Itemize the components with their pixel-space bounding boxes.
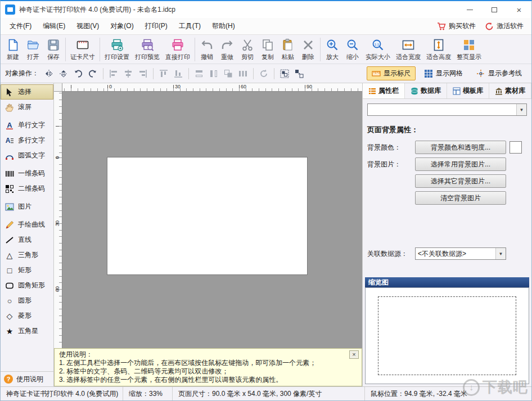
design-card[interactable] (107, 157, 307, 274)
card-size-button[interactable]: 证卡尺寸 (67, 37, 98, 62)
show-grid-toggle[interactable]: 显示网格 (419, 66, 468, 80)
tool-line[interactable]: 直线 (1, 232, 53, 247)
app-window: 神奇证卡证书打印软件 4.0 (免费试用) - 未命名1.idcp × 文件(F… (0, 0, 532, 401)
print-preview-icon (140, 38, 155, 52)
tab-templates[interactable]: 模板库 (447, 83, 489, 98)
view-toggles: 显示标尺 显示网格 显示参考线 (367, 66, 527, 80)
rotate-left-button[interactable] (71, 67, 85, 80)
bg-image-clear-button[interactable]: 清空背景图片 (415, 191, 506, 205)
zoom-in-button[interactable]: 放大 (322, 37, 342, 62)
thumbnail-page-preview[interactable] (378, 296, 516, 375)
section-title: 页面背景属性： (367, 125, 527, 135)
tool-select[interactable]: 选择 (1, 84, 53, 100)
ungroup-button[interactable] (292, 67, 306, 80)
free-rotate-button[interactable] (257, 67, 270, 80)
tab-properties[interactable]: 属性栏 (363, 83, 405, 98)
direct-print-button[interactable]: 直接打印 (163, 37, 193, 62)
redo-button[interactable]: 重做 (217, 37, 237, 62)
new-button[interactable]: 新建 (3, 37, 23, 62)
menu-edit[interactable]: 编辑(E) (37, 19, 71, 34)
copy-button[interactable]: 复制 (258, 37, 278, 62)
save-button[interactable]: 保存 (43, 37, 64, 62)
close-button[interactable]: × (507, 1, 531, 18)
tool-diamond[interactable]: ◇ 菱形 (1, 308, 53, 323)
tab-materials[interactable]: 素材库 (489, 83, 531, 98)
align-bottom-button[interactable] (172, 67, 185, 80)
tool-barcode-1d[interactable]: 一维条码 (1, 166, 53, 181)
window-title: 神奇证卡证书打印软件 4.0 (免费试用) - 未命名1.idcp (19, 5, 175, 15)
bg-color-button[interactable]: 背景颜色和透明度... (415, 141, 506, 154)
cut-button[interactable]: 剪切 (237, 37, 258, 62)
activate-link[interactable]: 激活软件 (485, 21, 524, 31)
menu-view[interactable]: 视图(V) (71, 19, 105, 34)
menu-object[interactable]: 对象(O) (105, 19, 139, 34)
bg-color-swatch[interactable] (510, 141, 522, 154)
delete-button[interactable]: 删除 (298, 37, 318, 62)
align-center-button[interactable] (121, 67, 135, 80)
print-preview-button[interactable]: 打印预览 (132, 37, 163, 62)
rotate-right-button[interactable] (86, 67, 100, 80)
show-ruler-label: 显示标尺 (384, 69, 411, 78)
maximize-button[interactable] (482, 1, 507, 18)
bg-image-other-button[interactable]: 选择其它背景图片... (415, 174, 506, 188)
tool-rounded-rectangle[interactable]: 圆角矩形 (1, 278, 53, 293)
same-size-button[interactable] (222, 67, 235, 80)
print-setup-button[interactable]: 打印设置 (102, 37, 132, 62)
tool-image[interactable]: 图片 (1, 199, 53, 214)
fit-height-button[interactable]: 适合高度 (423, 37, 454, 62)
print-setup-icon (110, 38, 124, 52)
infobox-close-button[interactable]: × (349, 350, 359, 359)
tool-circle[interactable]: ○ 圆形 (1, 293, 53, 308)
tool-barcode-2d[interactable]: 二维条码 (1, 181, 53, 196)
zoom-out-button[interactable]: 缩小 (342, 37, 363, 62)
status-page-size: 页面尺寸：90.0 毫米 x 54.0 毫米, 300 像素/英寸 (173, 387, 365, 400)
align-right-button[interactable] (136, 67, 150, 80)
full-page-icon (462, 38, 476, 52)
menu-print[interactable]: 打印(P) (139, 19, 173, 34)
show-ruler-toggle[interactable]: 显示标尺 (367, 66, 416, 80)
menu-tools[interactable]: 工具(T) (173, 19, 206, 34)
grid-icon (424, 69, 433, 78)
show-guides-toggle[interactable]: 显示参考线 (471, 66, 527, 80)
bg-image-common-button[interactable]: 选择常用背景图片... (415, 157, 506, 171)
object-selector-combobox[interactable]: ▼ (367, 103, 527, 116)
paste-button[interactable]: 粘贴 (278, 37, 298, 62)
vertical-ruler: 0 30 60 90 (54, 92, 62, 386)
align-left-button[interactable] (107, 67, 120, 80)
group-button[interactable] (278, 67, 291, 80)
help-button[interactable]: ? 使用说明 (1, 371, 53, 386)
same-width-button[interactable] (192, 67, 206, 80)
tool-arc-text[interactable]: 圆弧文字 (1, 148, 53, 163)
open-button[interactable]: 打开 (23, 37, 43, 62)
tool-scroll[interactable]: 滚屏 (1, 100, 53, 115)
fit-width-button[interactable]: 适合宽度 (393, 37, 423, 62)
full-page-button[interactable]: 整页显示 (454, 37, 484, 62)
infobox-line: 1. 左侧工具栏中选择一个功能后，在画布区域按住鼠标左键拖动，即可添加一个元素； (59, 359, 356, 367)
chevron-down-icon: ▼ (495, 248, 506, 259)
datasource-dropdown[interactable]: <不关联数据源> ▼ (415, 247, 506, 260)
menu-file[interactable]: 文件(F) (4, 19, 37, 34)
bg-image-label: 背景图片： (367, 160, 415, 169)
equal-spacing-button[interactable] (236, 67, 250, 80)
right-panel-tabs: 属性栏 数据库 模板库 素材库 (363, 83, 531, 99)
tool-freehand-curve[interactable]: 手绘曲线 (1, 217, 53, 232)
chevron-down-icon: ▼ (516, 104, 526, 115)
tool-rectangle[interactable]: □ 矩形 (1, 263, 53, 278)
tool-star[interactable]: ★ 五角星 (1, 323, 53, 339)
minimize-button[interactable] (457, 1, 482, 18)
tool-multi-line-text[interactable]: A 多行文字 (1, 133, 53, 148)
tab-database[interactable]: 数据库 (405, 83, 447, 98)
purchase-link[interactable]: 购买软件 (437, 21, 476, 31)
tool-triangle[interactable]: △ 三角形 (1, 247, 53, 263)
actual-size-button[interactable]: 1:1 实际大小 (363, 37, 393, 62)
canvas[interactable]: 0 30 60 90 0 30 60 90 使用说明： 1. 左侧工具栏中选择一… (54, 83, 362, 386)
flip-horizontal-button[interactable] (42, 67, 56, 80)
tool-single-line-text[interactable]: A 单行文字 (1, 118, 53, 133)
properties-panel-body: ▼ 页面背景属性： 背景颜色： 背景颜色和透明度... 背景图片： 选择常用背景… (363, 99, 531, 386)
object-bar-separator (188, 68, 189, 79)
flip-vertical-button[interactable] (57, 67, 70, 80)
align-top-button[interactable] (157, 67, 170, 80)
same-height-button[interactable] (207, 67, 220, 80)
menu-help[interactable]: 帮助(H) (206, 19, 241, 34)
undo-button[interactable]: 撤销 (197, 37, 217, 62)
